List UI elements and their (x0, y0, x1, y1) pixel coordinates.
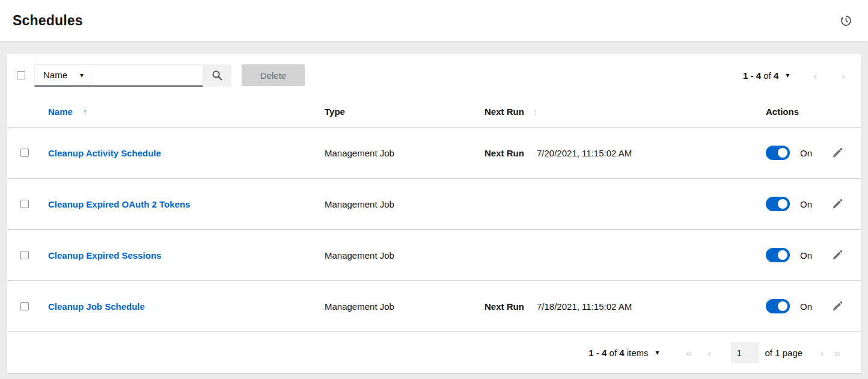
toggle-state-label: On (800, 148, 812, 158)
schedule-name-link[interactable]: Cleanup Expired Sessions (48, 250, 161, 260)
column-header-type: Type (325, 106, 345, 117)
items-word: items (627, 348, 649, 358)
next-page-chevron-icon[interactable]: › (842, 70, 845, 81)
delete-button[interactable]: Delete (242, 64, 305, 86)
footer-pagination: 1 - 4 of 4 items ▾ « ‹ of 1 page › » (7, 331, 861, 373)
pagination-of: of (763, 70, 771, 81)
top-pagination: 1 - 4 of 4 ▾ ‹ › (743, 70, 845, 81)
items-summary[interactable]: 1 - 4 of 4 items (588, 348, 648, 358)
header-cell-next-run: Next Run ↕ (484, 106, 766, 117)
search-input[interactable] (91, 64, 203, 87)
toggle-state-label: On (800, 199, 812, 209)
filter-type-dropdown[interactable]: Name ▾ (34, 64, 91, 87)
filter-type-selected: Name (43, 70, 67, 80)
table-row: Cleanup Activity Schedule Management Job… (7, 127, 861, 178)
next-run-label: Next Run (484, 301, 537, 312)
pagination-total: 4 (774, 70, 778, 81)
page-count-text: of 1 page (765, 348, 803, 358)
toggle-knob (778, 250, 787, 260)
schedule-enabled-toggle[interactable] (766, 248, 790, 262)
page-header: Schedules (0, 0, 868, 41)
history-clock-icon (839, 14, 852, 27)
items-of: of (610, 348, 617, 358)
schedule-type: Management Job (325, 148, 394, 158)
schedule-enabled-toggle[interactable] (766, 299, 790, 313)
header-cell-type: Type (325, 106, 484, 117)
select-all-checkbox[interactable] (17, 71, 25, 79)
items-total: 4 (619, 348, 624, 358)
row-checkbox[interactable] (20, 149, 29, 157)
schedule-type: Management Job (325, 199, 394, 209)
pagination-caret-down-icon[interactable]: ▾ (786, 72, 789, 79)
sort-ascending-icon[interactable]: ↑ (83, 106, 88, 117)
edit-schedule-button[interactable] (832, 301, 843, 312)
toolbar: Name ▾ Delete 1 - 4 of 4 ▾ ‹ › (7, 54, 861, 96)
row-checkbox[interactable] (20, 200, 29, 208)
prev-page-chevron-icon[interactable]: ‹ (708, 347, 711, 359)
pencil-edit-icon (832, 250, 843, 260)
schedules-card: Name ▾ Delete 1 - 4 of 4 ▾ ‹ › Name ↑ (7, 54, 861, 373)
row-checkbox[interactable] (20, 251, 29, 259)
search-button[interactable] (203, 64, 231, 87)
page-title: Schedules (13, 13, 83, 29)
prev-page-chevron-icon[interactable]: ‹ (813, 70, 817, 81)
schedule-enabled-toggle[interactable] (766, 197, 790, 211)
pencil-edit-icon (832, 147, 843, 158)
toggle-knob (778, 301, 787, 311)
row-checkbox[interactable] (20, 302, 29, 310)
header-cell-actions: Actions (766, 106, 861, 117)
sort-inactive-icon[interactable]: ↕ (533, 106, 538, 117)
schedule-name-link[interactable]: Cleanup Expired OAuth 2 Tokens (48, 199, 190, 209)
search-icon (212, 70, 223, 81)
current-page-input[interactable] (731, 342, 759, 363)
table-row: Cleanup Job Schedule Management Job Next… (7, 280, 861, 331)
table-row: Cleanup Expired OAuth 2 Tokens Managemen… (7, 178, 861, 229)
next-run-value: 7/18/2021, 11:15:02 AM (537, 301, 632, 312)
column-header-name[interactable]: Name (48, 106, 73, 117)
schedule-name-link[interactable]: Cleanup Job Schedule (48, 301, 145, 312)
table-header-row: Name ↑ Type Next Run ↕ Actions (7, 96, 861, 127)
pencil-edit-icon (832, 301, 843, 312)
edit-schedule-button[interactable] (832, 199, 843, 209)
edit-schedule-button[interactable] (832, 147, 843, 158)
schedule-enabled-toggle[interactable] (766, 146, 790, 160)
header-cell-name: Name ↑ (48, 106, 325, 117)
caret-down-icon: ▾ (80, 72, 84, 79)
toggle-knob (778, 199, 787, 209)
toggle-knob (778, 148, 787, 158)
last-page-chevron-icon[interactable]: » (834, 347, 840, 359)
schedule-name-link[interactable]: Cleanup Activity Schedule (48, 148, 161, 158)
history-icon[interactable] (838, 13, 854, 28)
column-header-next-run[interactable]: Next Run (484, 106, 524, 117)
first-page-chevron-icon[interactable]: « (686, 347, 692, 359)
next-page-chevron-icon[interactable]: › (820, 347, 824, 359)
top-pagination-summary[interactable]: 1 - 4 of 4 (743, 70, 778, 81)
toggle-state-label: On (800, 250, 812, 260)
next-run-value: 7/20/2021, 11:15:02 AM (537, 148, 632, 158)
items-range: 1 - 4 (588, 348, 607, 358)
edit-schedule-button[interactable] (832, 250, 843, 260)
schedule-type: Management Job (325, 301, 394, 312)
next-run-label: Next Run (484, 148, 537, 158)
column-header-actions: Actions (766, 106, 799, 117)
pagination-range: 1 - 4 (743, 70, 761, 81)
schedule-type: Management Job (325, 250, 394, 260)
pencil-edit-icon (832, 199, 843, 209)
items-caret-down-icon[interactable]: ▾ (656, 349, 659, 356)
toggle-state-label: On (800, 301, 812, 312)
table-row: Cleanup Expired Sessions Management Job … (7, 229, 861, 280)
